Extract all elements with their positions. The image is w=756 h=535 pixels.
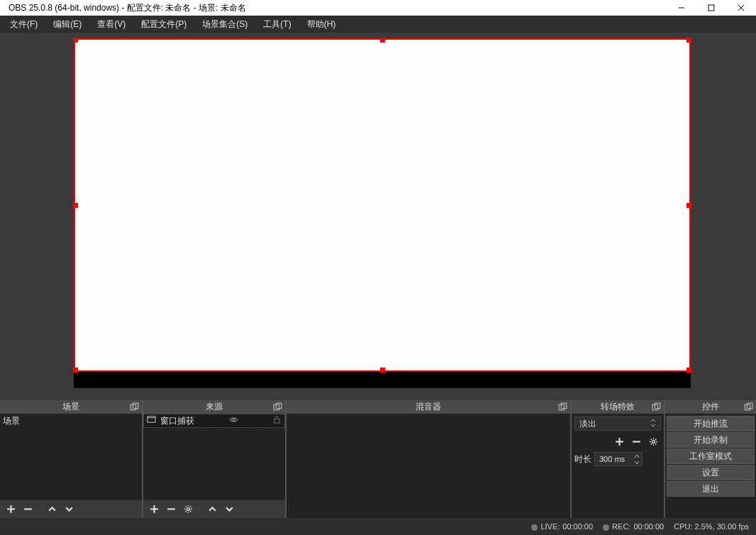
scene-item[interactable]: 场景	[0, 414, 142, 428]
status-bar: LIVE:00:00:00 REC:00:00:00 CPU: 2.5%, 30…	[0, 518, 756, 535]
window-capture-icon	[147, 415, 156, 426]
rec-status: REC:00:00:00	[603, 522, 664, 531]
duration-label: 时长	[574, 453, 591, 465]
live-dot-icon	[531, 524, 538, 531]
resize-handle-bottom-left[interactable]	[73, 368, 78, 373]
lock-toggle-icon[interactable]	[272, 415, 282, 426]
transition-selected-label: 淡出	[579, 418, 596, 430]
exit-button[interactable]: 退出	[667, 481, 755, 497]
svg-rect-3	[708, 5, 714, 11]
spin-down-icon[interactable]	[632, 459, 642, 465]
menu-file[interactable]: 文件(F)	[4, 17, 43, 32]
source-properties-button[interactable]	[180, 502, 196, 517]
scenes-list[interactable]: 场景	[0, 414, 142, 500]
canvas-background	[74, 372, 691, 388]
maximize-button[interactable]	[696, 0, 726, 16]
controls-header[interactable]: 控件	[665, 400, 756, 414]
resize-handle-top-mid[interactable]	[380, 38, 385, 43]
svg-rect-16	[274, 419, 279, 424]
studio-mode-button[interactable]: 工作室模式	[667, 448, 755, 464]
sources-dock: 来源 窗口捕获	[143, 400, 285, 518]
remove-transition-button[interactable]	[628, 434, 644, 449]
duration-spinbox[interactable]: 300 ms	[594, 452, 643, 466]
remove-source-button[interactable]	[163, 502, 179, 517]
resize-handle-top-right[interactable]	[686, 38, 691, 43]
menu-tools[interactable]: 工具(T)	[257, 17, 296, 32]
docks-row: 场景 场景 来源 窗口捕获	[0, 400, 756, 518]
transitions-title: 转场特效	[601, 401, 635, 413]
move-scene-up-button[interactable]	[44, 502, 60, 517]
transition-settings-button[interactable]	[645, 434, 661, 449]
controls-body: 开始推流 开始录制 工作室模式 设置 退出	[665, 414, 756, 518]
duration-value: 300 ms	[595, 455, 632, 463]
scenes-title: 场景	[62, 401, 79, 413]
menu-profile[interactable]: 配置文件(P)	[135, 17, 192, 32]
resize-handle-mid-right[interactable]	[686, 203, 691, 208]
resize-handle-top-left[interactable]	[73, 38, 78, 43]
scenes-header[interactable]: 场景	[0, 400, 142, 414]
minimize-button[interactable]	[667, 0, 696, 16]
svg-point-15	[232, 419, 234, 421]
popout-icon[interactable]	[651, 402, 661, 412]
transition-select[interactable]: 淡出	[574, 417, 661, 431]
scene-label: 场景	[3, 415, 20, 427]
settings-button[interactable]: 设置	[667, 465, 755, 480]
add-transition-button[interactable]	[611, 434, 627, 449]
source-item[interactable]: 窗口捕获	[143, 414, 285, 428]
transitions-dock: 转场特效 淡出 时长 300 ms	[572, 400, 664, 518]
move-source-up-button[interactable]	[204, 502, 220, 517]
mixer-header[interactable]: 混音器	[287, 400, 570, 414]
menu-edit[interactable]: 编辑(E)	[48, 17, 87, 32]
selected-source-bounds[interactable]	[74, 38, 691, 372]
popout-icon[interactable]	[129, 402, 139, 412]
remove-scene-button[interactable]	[20, 502, 35, 517]
mixer-body	[287, 414, 570, 518]
resize-handle-bottom-right[interactable]	[686, 368, 691, 373]
scenes-dock: 场景 场景	[0, 400, 142, 518]
controls-dock: 控件 开始推流 开始录制 工作室模式 设置 退出	[665, 400, 756, 518]
popout-icon[interactable]	[743, 402, 753, 412]
transitions-body: 淡出 时长 300 ms	[572, 414, 664, 518]
sources-title: 来源	[206, 401, 223, 413]
add-scene-button[interactable]	[3, 502, 18, 517]
move-source-down-button[interactable]	[221, 502, 237, 517]
mixer-dock: 混音器	[287, 400, 570, 518]
start-streaming-button[interactable]: 开始推流	[667, 416, 755, 431]
preview-area[interactable]	[0, 33, 756, 400]
mixer-title: 混音器	[416, 401, 441, 413]
live-status: LIVE:00:00:00	[531, 522, 593, 531]
add-source-button[interactable]	[146, 502, 162, 517]
cpu-status: CPU: 2.5%, 30.00 fps	[674, 522, 749, 531]
menu-help[interactable]: 帮助(H)	[301, 17, 342, 32]
svg-point-28	[652, 440, 655, 443]
source-label: 窗口捕获	[160, 415, 194, 427]
sources-toolbar	[143, 500, 285, 518]
popout-icon[interactable]	[272, 402, 282, 412]
spin-up-icon[interactable]	[632, 453, 642, 459]
close-button[interactable]	[726, 0, 756, 16]
sources-list[interactable]: 窗口捕获	[143, 414, 285, 500]
sources-header[interactable]: 来源	[143, 400, 285, 414]
scenes-toolbar	[0, 500, 142, 518]
menu-bar: 文件(F) 编辑(E) 查看(V) 配置文件(P) 场景集合(S) 工具(T) …	[0, 16, 756, 33]
window-titlebar: OBS 25.0.8 (64-bit, windows) - 配置文件: 未命名…	[0, 0, 756, 16]
svg-rect-13	[148, 417, 155, 422]
popout-icon[interactable]	[557, 402, 567, 412]
resize-handle-mid-left[interactable]	[73, 203, 78, 208]
transitions-header[interactable]: 转场特效	[572, 400, 664, 414]
visibility-toggle-icon[interactable]	[229, 415, 238, 426]
rec-dot-icon	[603, 524, 609, 531]
svg-point-20	[187, 508, 189, 511]
start-recording-button[interactable]: 开始录制	[667, 432, 755, 448]
resize-handle-bottom-mid[interactable]	[380, 368, 385, 373]
window-title: OBS 25.0.8 (64-bit, windows) - 配置文件: 未命名…	[9, 2, 246, 14]
preview-canvas[interactable]	[74, 38, 691, 388]
controls-title: 控件	[702, 401, 719, 413]
menu-scene-collection[interactable]: 场景集合(S)	[196, 17, 253, 32]
move-scene-down-button[interactable]	[61, 502, 77, 517]
menu-view[interactable]: 查看(V)	[91, 17, 131, 32]
updown-icon	[650, 419, 656, 429]
